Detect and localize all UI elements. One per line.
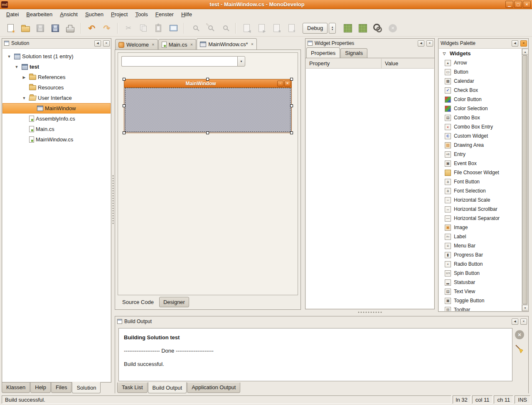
dropdown-arrow-icon[interactable]: ▼ bbox=[237, 56, 245, 67]
redo-button[interactable] bbox=[100, 21, 114, 35]
palette-item-calendar[interactable]: ▦Calendar bbox=[439, 77, 528, 86]
tree-item-mainwindow-cs[interactable]: MainWindow.cs bbox=[2, 134, 111, 145]
maximize-button[interactable]: ▢ bbox=[514, 1, 522, 8]
source-code-button[interactable]: Source Code bbox=[118, 297, 158, 307]
palette-item-spin-button[interactable]: 123Spin Button bbox=[439, 269, 528, 278]
widget-select-combo[interactable]: ▼ bbox=[121, 56, 245, 67]
palette-item-combo-box-entry[interactable]: ✕Combo Box Entry bbox=[439, 122, 528, 131]
palette-item-font-button[interactable]: aFont Button bbox=[439, 177, 528, 186]
tab-close-icon[interactable]: ✕ bbox=[152, 43, 155, 47]
new-file-button[interactable] bbox=[3, 21, 17, 35]
copy-button[interactable] bbox=[136, 21, 150, 35]
tab-task-list[interactable]: Task List bbox=[117, 383, 148, 393]
column-property[interactable]: Property bbox=[306, 59, 382, 68]
menu-ansicht[interactable]: Ansicht bbox=[56, 9, 81, 20]
tree-item-user-interface[interactable]: ▼ User Interface bbox=[2, 93, 111, 103]
menu-datei[interactable]: Datei bbox=[2, 9, 22, 20]
menu-project[interactable]: Project bbox=[107, 9, 131, 20]
palette-item-check-box[interactable]: ✓Check Box bbox=[439, 86, 528, 95]
palette-item-button[interactable]: ▭Button bbox=[439, 67, 528, 77]
paste-button[interactable] bbox=[151, 21, 165, 35]
tab-signals[interactable]: Signals bbox=[340, 48, 367, 58]
cut-button[interactable] bbox=[121, 21, 135, 35]
build-button[interactable] bbox=[341, 21, 355, 35]
tab-close-icon[interactable]: ✕ bbox=[251, 42, 254, 46]
undo-button[interactable] bbox=[85, 21, 99, 35]
scroll-up-icon[interactable]: ▲ bbox=[522, 49, 528, 55]
bookmark-next-button[interactable]: ▶ bbox=[254, 21, 268, 35]
configuration-stepper[interactable]: ▲ ▼ bbox=[329, 23, 336, 34]
tree-item-resources[interactable]: Resources bbox=[2, 82, 111, 93]
stop-button[interactable]: ✕ bbox=[386, 21, 400, 35]
minimize-button[interactable]: ▁ bbox=[505, 1, 513, 8]
tab-mainwindow-cs[interactable]: MainWindow.cs* ✕ bbox=[197, 38, 257, 50]
find-button[interactable] bbox=[188, 21, 202, 35]
build-output-close-button[interactable]: ✕ bbox=[520, 319, 527, 325]
menu-hilfe[interactable]: Hilfe bbox=[177, 9, 196, 20]
selection-handle[interactable] bbox=[123, 131, 126, 134]
palette-item-horizontal-separator[interactable]: —Horizontal Separator bbox=[439, 214, 528, 223]
palette-item-horizontal-scale[interactable]: –Horizontal Scale bbox=[439, 195, 528, 205]
palette-item-file-chooser[interactable]: File Chooser Widget bbox=[439, 168, 528, 177]
configuration-combo[interactable]: Debug bbox=[303, 23, 328, 34]
tab-properties[interactable]: Properties bbox=[306, 47, 340, 58]
palette-group-widgets[interactable]: ▽ Widgets bbox=[439, 49, 528, 58]
column-value[interactable]: Value bbox=[382, 59, 434, 68]
palette-item-statusbar[interactable]: ▂Statusbar bbox=[439, 278, 528, 287]
palette-pad-close-button[interactable]: ✕ bbox=[520, 40, 527, 47]
menu-tools[interactable]: Tools bbox=[131, 9, 151, 20]
expander-open-icon[interactable]: ▼ bbox=[21, 96, 27, 100]
palette-item-menu-bar[interactable]: ≡Menu Bar bbox=[439, 241, 528, 250]
scrollbar-thumb[interactable] bbox=[522, 55, 527, 304]
vertical-splitter-handle[interactable] bbox=[112, 175, 114, 225]
designed-client-area[interactable] bbox=[125, 88, 291, 132]
tree-item-references[interactable]: ▶ References bbox=[2, 72, 111, 82]
build-all-button[interactable] bbox=[356, 21, 370, 35]
run-button[interactable] bbox=[371, 21, 385, 35]
palette-item-toolbar[interactable]: ▥Toolbar bbox=[439, 305, 528, 311]
palette-item-font-selection[interactable]: aFont Selection bbox=[439, 186, 528, 195]
build-output-collapse-button[interactable]: ◀ bbox=[512, 319, 518, 325]
replace-button[interactable] bbox=[203, 21, 217, 35]
palette-pad-collapse-button[interactable]: ◀ bbox=[512, 40, 518, 47]
menu-fenster[interactable]: Fenster bbox=[152, 9, 177, 20]
menu-suchen[interactable]: Suchen bbox=[81, 9, 107, 20]
scroll-down-icon[interactable]: ▼ bbox=[522, 305, 528, 311]
bookmark-clear-button[interactable]: ✕ bbox=[284, 21, 298, 35]
palette-item-toggle-button[interactable]: ▣Toggle Button bbox=[439, 296, 528, 305]
clear-output-icon[interactable]: ✕ bbox=[515, 330, 524, 339]
open-button[interactable] bbox=[18, 21, 32, 35]
expander-open-icon[interactable]: ▼ bbox=[13, 65, 20, 69]
selection-handle[interactable] bbox=[123, 78, 126, 81]
palette-scrollbar[interactable]: ▲ ▼ bbox=[522, 49, 528, 311]
tree-item-mainwindow-selected[interactable]: MainWindow bbox=[2, 103, 111, 114]
palette-item-color-button[interactable]: Color Button bbox=[439, 95, 528, 104]
designed-mainwindow[interactable]: MainWindow ▫ ✕ bbox=[124, 79, 292, 133]
palette-item-text-view[interactable]: ▤Text View bbox=[439, 287, 528, 296]
solution-pad-close-button[interactable]: ✕ bbox=[103, 40, 110, 47]
palette-item-label[interactable]: AnLabel bbox=[439, 232, 528, 241]
selection-handle[interactable] bbox=[206, 78, 209, 81]
palette-item-combo-box[interactable]: ▤Combo Box bbox=[439, 113, 528, 122]
palette-item-image[interactable]: ▣Image bbox=[439, 223, 528, 232]
palette-item-progress-bar[interactable]: ▮Progress Bar bbox=[439, 250, 528, 259]
close-button[interactable]: ✕ bbox=[523, 1, 531, 8]
design-surface[interactable]: ▼ MainWindow ▫ ✕ bbox=[118, 52, 298, 295]
bookmark-toggle-button[interactable]: ■ bbox=[269, 21, 283, 35]
print-button[interactable] bbox=[63, 21, 77, 35]
select-all-button[interactable] bbox=[166, 21, 180, 35]
tab-help[interactable]: Help bbox=[30, 383, 51, 393]
palette-item-radio-button[interactable]: ●Radio Button bbox=[439, 259, 528, 269]
expander-open-icon[interactable]: ▼ bbox=[6, 54, 12, 59]
tab-main-cs[interactable]: Main.cs ✕ bbox=[158, 39, 197, 50]
properties-pad-close-button[interactable]: ✕ bbox=[426, 40, 433, 47]
tree-item-project-test[interactable]: ▼ test bbox=[2, 62, 111, 72]
selection-handle[interactable] bbox=[123, 104, 126, 107]
palette-item-entry[interactable]: ABEntry bbox=[439, 150, 528, 159]
menu-bearbeiten[interactable]: Bearbeiten bbox=[22, 9, 56, 20]
designed-window-titlebar[interactable]: MainWindow ▫ ✕ bbox=[124, 79, 291, 88]
bookmark-prev-button[interactable]: ◀ bbox=[239, 21, 254, 35]
palette-item-drawing-area[interactable]: ▨Drawing Area bbox=[439, 141, 528, 150]
tab-klassen[interactable]: Klassen bbox=[2, 383, 30, 393]
selection-handle[interactable] bbox=[290, 78, 293, 81]
